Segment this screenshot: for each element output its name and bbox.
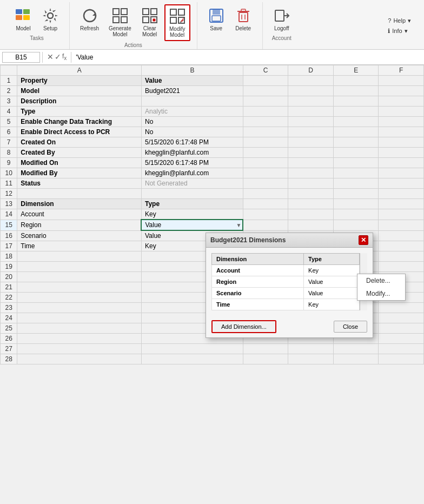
cell-b5[interactable]: No [141, 117, 243, 127]
cell-c15[interactable] [243, 220, 288, 230]
cell-e9[interactable] [333, 158, 379, 168]
cell-b3[interactable] [141, 96, 243, 107]
cell-b14[interactable]: Key [141, 209, 243, 220]
cell-a12[interactable] [17, 189, 142, 199]
cell-e14[interactable] [333, 209, 379, 220]
cell-d9[interactable] [288, 158, 334, 168]
help-button[interactable]: ? Help ▾ [386, 16, 413, 25]
cell-f24[interactable] [379, 313, 424, 323]
insert-function-icon[interactable]: fx [62, 52, 67, 61]
cell-b9[interactable]: 5/15/2020 6:17:48 PM [141, 158, 243, 168]
cell-c11[interactable] [243, 178, 288, 189]
cell-c1[interactable] [243, 76, 288, 86]
cell-b10[interactable]: khegglin@planful.com [141, 168, 243, 178]
cell-c10[interactable] [243, 168, 288, 178]
cell-f5[interactable] [379, 117, 424, 127]
cell-a4[interactable]: Type [17, 107, 142, 117]
cell-b4[interactable]: Analytic [141, 107, 243, 117]
cell-a8[interactable]: Created By [17, 148, 142, 158]
cell-c7[interactable] [243, 137, 288, 148]
dropdown-arrow-icon[interactable]: ▼ [236, 222, 241, 228]
cell-d7[interactable] [288, 137, 334, 148]
modal-close-button[interactable]: ✕ [359, 235, 368, 245]
cell-e15[interactable] [333, 220, 379, 230]
cell-d1[interactable] [288, 76, 334, 86]
add-dimension-button[interactable]: Add Dimension... [211, 320, 276, 333]
dim-time[interactable]: Time [212, 299, 304, 310]
cell-a5[interactable]: Enable Change Data Tracking [17, 117, 142, 127]
delete-button[interactable]: Delete [231, 4, 256, 34]
cell-f14[interactable] [379, 209, 424, 220]
cell-c27[interactable] [243, 344, 288, 354]
modal-scrollbar[interactable]: ☰ [360, 253, 367, 310]
cell-a10[interactable]: Modified By [17, 168, 142, 178]
generate-model-button[interactable]: GenerateModel [105, 4, 135, 40]
cell-e13[interactable] [333, 199, 379, 209]
close-dialog-button[interactable]: Close [334, 321, 367, 333]
cell-f7[interactable] [379, 137, 424, 148]
cell-d12[interactable] [288, 189, 334, 199]
cell-b1[interactable]: Value [141, 76, 243, 86]
cancel-formula-icon[interactable]: ✕ [47, 52, 54, 61]
cell-e5[interactable] [333, 117, 379, 127]
logoff-button[interactable]: Logoff [269, 4, 294, 34]
cell-b11[interactable]: Not Generated [141, 178, 243, 189]
cell-a19[interactable] [17, 262, 142, 272]
cell-f15[interactable] [379, 220, 424, 230]
cell-b7[interactable]: 5/15/2020 6:17:48 PM [141, 137, 243, 148]
save-button[interactable]: Save [204, 4, 229, 34]
cell-f3[interactable] [379, 96, 424, 107]
cell-c13[interactable] [243, 199, 288, 209]
cell-a16[interactable]: Scenario [17, 230, 142, 241]
cell-f25[interactable] [379, 323, 424, 334]
list-item[interactable]: Region Value [212, 276, 360, 288]
cell-d28[interactable] [288, 354, 334, 364]
cell-e2[interactable] [333, 86, 379, 96]
cell-c12[interactable] [243, 189, 288, 199]
cell-e10[interactable] [333, 168, 379, 178]
cell-a9[interactable]: Modified On [17, 158, 142, 168]
cell-d2[interactable] [288, 86, 334, 96]
cell-a23[interactable] [17, 303, 142, 313]
cell-c9[interactable] [243, 158, 288, 168]
formula-input[interactable] [74, 52, 422, 62]
cell-d10[interactable] [288, 168, 334, 178]
cell-b28[interactable] [141, 354, 243, 364]
cell-c6[interactable] [243, 127, 288, 137]
cell-f12[interactable] [379, 189, 424, 199]
cell-b8[interactable]: khegglin@planful.com [141, 148, 243, 158]
cell-a21[interactable] [17, 282, 142, 293]
dim-region[interactable]: Region [212, 276, 304, 288]
refresh-button[interactable]: Refresh [76, 4, 103, 34]
type-scenario[interactable]: Value [304, 288, 360, 299]
list-item[interactable]: Scenario Value [212, 288, 360, 299]
type-region[interactable]: Value [304, 276, 360, 288]
cell-reference-input[interactable] [2, 52, 40, 63]
cell-c28[interactable] [243, 354, 288, 364]
cell-f6[interactable] [379, 127, 424, 137]
cell-d8[interactable] [288, 148, 334, 158]
cell-a17[interactable]: Time [17, 241, 142, 251]
cell-d13[interactable] [288, 199, 334, 209]
cell-e8[interactable] [333, 148, 379, 158]
cell-a2[interactable]: Model [17, 86, 142, 96]
cell-f16[interactable] [379, 230, 424, 241]
cell-a28[interactable] [17, 354, 142, 364]
cell-b6[interactable]: No [141, 127, 243, 137]
type-account[interactable]: Key [304, 265, 360, 276]
cell-a24[interactable] [17, 313, 142, 323]
cell-e7[interactable] [333, 137, 379, 148]
cell-b15[interactable]: Value ▼ [141, 220, 243, 230]
cell-b27[interactable] [141, 344, 243, 354]
cell-a20[interactable] [17, 272, 142, 282]
cell-f2[interactable] [379, 86, 424, 96]
cell-d3[interactable] [288, 96, 334, 107]
cell-f13[interactable] [379, 199, 424, 209]
cell-a3[interactable]: Description [17, 96, 142, 107]
cell-d4[interactable] [288, 107, 334, 117]
cell-f21[interactable] [379, 282, 424, 293]
cell-f9[interactable] [379, 158, 424, 168]
cell-d27[interactable] [288, 344, 334, 354]
cell-e1[interactable] [333, 76, 379, 86]
dim-scenario[interactable]: Scenario [212, 288, 304, 299]
